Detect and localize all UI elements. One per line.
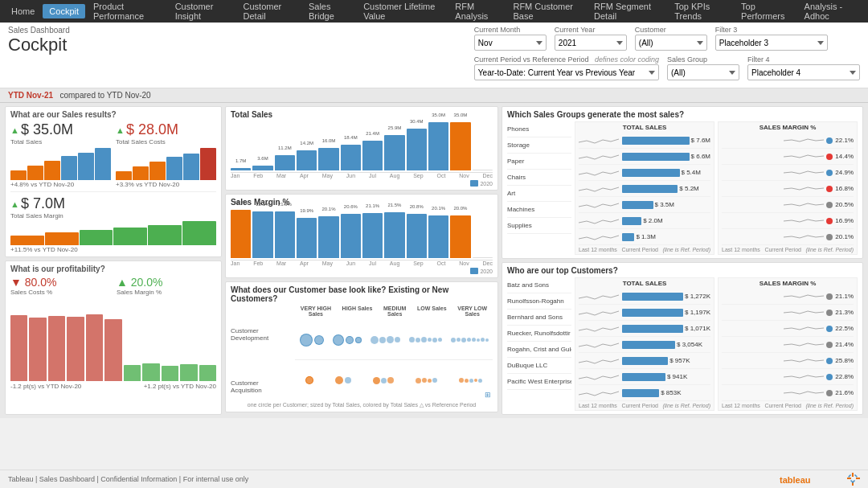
table-row: $ 941K [579,369,710,385]
costs-pct-value: ▼ 80.0% [10,276,56,289]
page-title: Cockpit [8,35,70,55]
sales-margin-chart: Sales Margin % 22.7% 22.1% 21.9% 19.9% 2… [225,194,498,278]
customer-base-panel: What does our Customer base look like? E… [225,281,498,412]
nav-customer-detail[interactable]: Customer Detail [237,0,301,23]
current-month-select[interactable]: Nov [474,35,547,51]
scatter-expand-icon[interactable]: ⊞ [485,391,491,399]
profitability-change2: +1.2 pt(s) vs YTD Nov-20 [144,383,216,390]
current-month-label: Current Month [474,26,547,34]
sales-group-select[interactable]: (All) [667,64,739,80]
table-row: 14.4% [722,149,854,165]
table-row: $ 7.6M [579,133,710,149]
current-period-select[interactable]: Year-to-Date: Current Year vs Previous Y… [474,64,659,80]
group-name: Runolfsson-Rogahn [507,293,571,310]
nav-customer-insight[interactable]: Customer Insight [169,0,235,23]
group-name: Storage [507,137,571,154]
left-column: What are our Sales results? ▲ $ 35.0M To… [5,106,222,415]
costs-pct-metric: ▼ 80.0% Sales Costs % [10,276,110,296]
filter4-label: Filter 4 [747,55,860,64]
group-name: Bernhard and Sons [507,310,571,326]
margin-change: +11.5% vs YTD Nov-20 [10,246,216,253]
group-name: Phones [507,121,571,137]
group-name: Chairs [507,170,571,186]
table-row: $ 1,071K [579,321,710,337]
top-customers-panel: Who are our top Customers? Batz and Sons… [502,262,863,415]
nav-rfm-segment[interactable]: RFM Segment Detail [588,0,666,23]
total-sales-label: Total Sales [10,138,111,146]
nav-home[interactable]: Home [5,4,41,18]
nav-top-performers[interactable]: Top Performers [735,0,796,23]
table-row: $ 2.0M [579,213,710,229]
margin-pct-value: ▲ 20.0% [117,276,162,289]
top-customers-title: Who are our top Customers? [507,266,858,275]
table-row: $ 1,272K [579,289,710,305]
sales-groups-margin-header: SALES MARGIN % [722,124,854,131]
table-row: 16.9% [722,213,854,229]
margin-pct-label: Sales Margin % [117,289,216,296]
group-name: Pacific West Enterprises [507,374,571,390]
table-row: $ 1.3M [579,229,710,245]
group-name: Supplies [507,218,571,234]
group-name: Machines [507,202,571,218]
nav-product[interactable]: Product Performance [87,0,167,23]
customer-base-title: What does our Customer base look like? E… [231,285,493,303]
current-year-select[interactable]: 2021 [555,35,627,51]
table-row: 25.8% [722,353,854,369]
filter3-label: Filter 3 [715,26,828,34]
costs-pct-label: Sales Costs % [10,289,110,296]
margin-label: Total Sales Margin [10,212,216,219]
sales-groups-panel: Which Sales Groups generate the most sal… [502,106,863,259]
margin-pct-metric: ▲ 20.0% Sales Margin % [117,276,216,296]
table-row: 21.6% [722,385,854,401]
total-costs-change: +3.3% vs YTD Nov-20 [116,181,216,188]
nav-rfm[interactable]: RFM Analysis [448,0,505,23]
svg-rect-1 [852,473,854,477]
nav-cockpit[interactable]: Cockpit [43,4,85,18]
svg-rect-3 [847,478,851,479]
right-column: Which Sales Groups generate the most sal… [502,106,863,415]
footer: Tableau | Sales Dashboard | Confidential… [0,470,868,488]
table-row: 22.1% [722,133,854,149]
top-customers-total-header: TOTAL SALES [579,280,710,287]
group-name: Art [507,186,571,202]
sales-results-panel: What are our Sales results? ▲ $ 35.0M To… [5,106,222,257]
tableau-logo: tableau [780,473,860,486]
svg-text:tableau: tableau [780,475,811,485]
profitability-panel: What is our profitability? ▼ 80.0% Sales… [5,260,222,415]
group-name: DuBuque LLC [507,358,571,374]
table-row: $ 1,197K [579,305,710,321]
table-row: 24.9% [722,165,854,181]
table-row: $ 5.2M [579,181,710,197]
svg-rect-5 [848,474,851,478]
margin-metric: ▲ $ 7.0M Total Sales Margin +11.5% vs YT… [10,191,216,253]
total-sales-value: $ 35.0M [21,121,73,138]
sales-groups-title: Which Sales Groups generate the most sal… [507,110,858,119]
total-costs-label: Total Sales Costs [116,138,216,146]
table-row: $ 957K [579,353,710,369]
total-sales-metric: ▲ $ 35.0M Total Sales +4.8% vs YTD Nov-2… [10,121,111,188]
sales-group-label: Sales Group [667,55,739,64]
nav-analysis[interactable]: Analysis - Adhoc [798,0,863,23]
svg-rect-4 [856,478,860,479]
profitability-change1: -1.2 pt(s) vs YTD Nov-20 [10,383,81,390]
nav-sales-bridge[interactable]: Sales Bridge [302,0,355,23]
nav-top-kpis[interactable]: Top KPIs Trends [668,0,733,23]
table-row: 22.5% [722,321,854,337]
table-row: 21.3% [722,305,854,321]
group-name: Paper [507,154,571,170]
group-name: Batz and Sons [507,277,571,293]
filter3-select[interactable]: Placeholder 3 [715,35,828,51]
nav-rfm-base[interactable]: RFM Customer Base [506,0,586,23]
current-period-label: Current Period vs Reference Period defin… [474,55,659,64]
table-row: 20.1% [722,229,854,245]
nav-clv[interactable]: Customer Lifetime Value [357,0,447,23]
table-row: $ 5.4M [579,165,710,181]
customer-select[interactable]: (All) [635,35,707,51]
breadcrumb: Sales Dashboard [8,26,70,35]
filter4-select[interactable]: Placeholder 4 [747,64,860,80]
table-row: $ 853K [579,385,710,401]
group-name: Rogahn, Crist and Gulgowski [507,342,571,358]
table-row: $ 3.5M [579,197,710,213]
nav-bar: Home Cockpit Product Performance Custome… [0,0,868,23]
table-row: $ 3,054K [579,337,710,353]
